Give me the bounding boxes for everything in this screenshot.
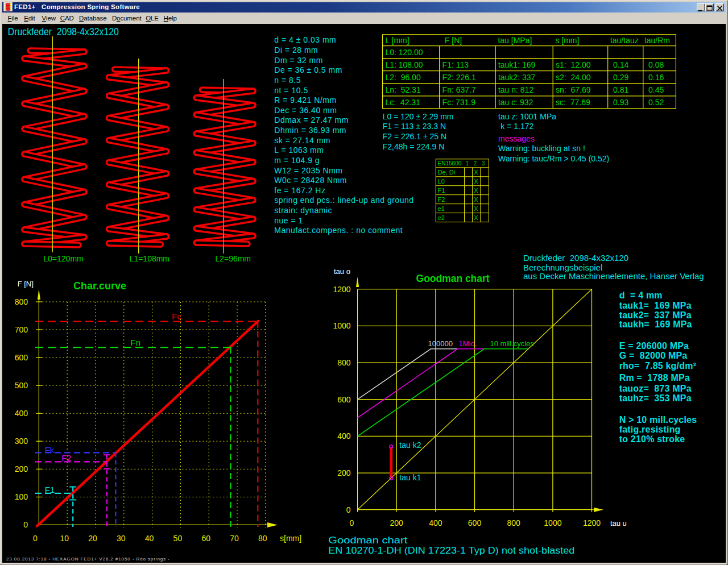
svg-text:tau c: 932: tau c: 932 bbox=[498, 98, 533, 107]
svg-text:sk = 27.14 mm: sk = 27.14 mm bbox=[274, 136, 330, 145]
svg-text:Fk: Fk bbox=[45, 445, 55, 455]
svg-text:F2: F2 bbox=[61, 453, 72, 463]
svg-text:X: X bbox=[474, 169, 478, 176]
svg-text:s[mm]: s[mm] bbox=[280, 534, 301, 543]
svg-text:800: 800 bbox=[337, 358, 351, 367]
svg-text:0.81: 0.81 bbox=[613, 85, 628, 94]
svg-text:aus Decker Maschinenelemente,: aus Decker Maschinenelemente, Hanser Ver… bbox=[523, 271, 704, 281]
svg-text:N > 10 mill.cycles: N > 10 mill.cycles bbox=[619, 415, 697, 425]
svg-text:d = 4 ± 0.03 mm: d = 4 ± 0.03 mm bbox=[274, 35, 336, 44]
svg-text:0.52: 0.52 bbox=[648, 98, 664, 107]
svg-text:Lc: 42.31: Lc: 42.31 bbox=[385, 98, 420, 107]
svg-text:nt = 10.5: nt = 10.5 bbox=[274, 86, 308, 95]
svg-text:e1: e1 bbox=[438, 205, 445, 212]
svg-text:Goodman chart: Goodman chart bbox=[328, 535, 408, 545]
svg-text:X: X bbox=[474, 196, 478, 203]
svg-text:3: 3 bbox=[482, 160, 485, 167]
svg-text:10: 10 bbox=[60, 534, 69, 543]
svg-text:L0=120mm: L0=120mm bbox=[43, 254, 83, 263]
svg-text:tau o: tau o bbox=[334, 267, 350, 276]
svg-text:F2: F2 bbox=[438, 196, 445, 203]
svg-text:0: 0 bbox=[23, 520, 28, 529]
svg-text:L1: 108.00: L1: 108.00 bbox=[385, 60, 423, 69]
svg-text:60: 60 bbox=[201, 534, 210, 543]
svg-text:80: 80 bbox=[258, 534, 267, 543]
svg-text:tau/tauz: tau/tauz bbox=[610, 36, 639, 45]
svg-text:40: 40 bbox=[145, 534, 154, 543]
svg-text:fatig.resisting: fatig.resisting bbox=[619, 425, 681, 434]
svg-text:100000: 100000 bbox=[428, 339, 453, 348]
svg-text:20: 20 bbox=[88, 534, 97, 543]
svg-text:F1 = 113 ± 23.3 N: F1 = 113 ± 23.3 N bbox=[383, 122, 446, 131]
svg-text:Druckfeder 2098-4x32x120: Druckfeder 2098-4x32x120 bbox=[8, 26, 119, 38]
svg-text:Ddmax = 27.47 mm: Ddmax = 27.47 mm bbox=[274, 115, 349, 124]
svg-text:70: 70 bbox=[230, 534, 239, 543]
svg-text:1200: 1200 bbox=[333, 285, 350, 294]
svg-text:tauk2= 337 MPa: tauk2= 337 MPa bbox=[619, 310, 692, 320]
svg-text:e2: e2 bbox=[438, 214, 445, 221]
svg-text:Fc: Fc bbox=[172, 311, 181, 321]
svg-text:tauk1: 169: tauk1: 169 bbox=[498, 60, 536, 69]
svg-text:1Mio.: 1Mio. bbox=[459, 339, 477, 348]
svg-text:800: 800 bbox=[15, 297, 28, 306]
svg-text:k = 1.172: k = 1.172 bbox=[500, 122, 533, 131]
svg-text:L0 = 120 ± 2.29 mm: L0 = 120 ± 2.29 mm bbox=[383, 112, 454, 121]
svg-text:10 mill.cycles: 10 mill.cycles bbox=[490, 339, 535, 348]
svg-text:Rm = 1788 MPa: Rm = 1788 MPa bbox=[619, 373, 690, 383]
svg-text:Manufact.compens. : no comment: Manufact.compens. : no comment bbox=[274, 226, 403, 235]
svg-text:0: 0 bbox=[33, 534, 38, 543]
svg-text:tau/Rm: tau/Rm bbox=[644, 36, 670, 45]
svg-text:F1: F1 bbox=[45, 485, 55, 495]
svg-text:F [N]: F [N] bbox=[18, 280, 34, 288]
svg-text:strain: dynamic: strain: dynamic bbox=[274, 206, 332, 215]
svg-text:400: 400 bbox=[337, 431, 351, 441]
svg-text:2: 2 bbox=[474, 160, 477, 167]
svg-text:X: X bbox=[474, 214, 478, 221]
svg-text:Goodman chart: Goodman chart bbox=[416, 273, 490, 284]
svg-text:F2 = 226.1 ± 25 N: F2 = 226.1 ± 25 N bbox=[383, 132, 446, 141]
svg-text:De, Di: De, Di bbox=[438, 169, 456, 176]
svg-text:W12 = 2035 Nmm: W12 = 2035 Nmm bbox=[274, 166, 342, 175]
svg-text:600: 600 bbox=[468, 518, 482, 527]
svg-text:tauk1= 169 MPa: tauk1= 169 MPa bbox=[619, 301, 692, 310]
svg-text:L2=96mm: L2=96mm bbox=[215, 254, 251, 263]
svg-text:50: 50 bbox=[173, 534, 183, 543]
svg-text:rho= 7.85 kg/dm³: rho= 7.85 kg/dm³ bbox=[619, 361, 696, 371]
svg-text:fe = 167.2 Hz: fe = 167.2 Hz bbox=[274, 186, 325, 195]
svg-text:F1: F1 bbox=[438, 187, 445, 194]
svg-text:to 210% stroke: to 210% stroke bbox=[619, 434, 685, 444]
svg-text:EN 10270-1-DH (DIN 17223-1 Typ: EN 10270-1-DH (DIN 17223-1 Typ D) not sh… bbox=[328, 546, 574, 555]
svg-text:tauoz= 873 MPa: tauoz= 873 MPa bbox=[619, 384, 692, 393]
svg-text:F2: 226.1: F2: 226.1 bbox=[442, 73, 476, 82]
svg-text:Ln: 52.31: Ln: 52.31 bbox=[385, 85, 420, 94]
svg-text:F [N]: F [N] bbox=[445, 36, 462, 45]
svg-text:tau z: 1001 MPa: tau z: 1001 MPa bbox=[498, 112, 556, 121]
svg-text:d = 4 mm: d = 4 mm bbox=[619, 290, 663, 300]
svg-text:Druckfeder 2098-4x32x120: Druckfeder 2098-4x32x120 bbox=[523, 253, 628, 263]
svg-text:tauk2: 337: tauk2: 337 bbox=[498, 73, 536, 82]
svg-text:G = 82000 MPa: G = 82000 MPa bbox=[619, 351, 688, 360]
svg-text:m = 104.9 g: m = 104.9 g bbox=[274, 156, 320, 165]
svg-text:300: 300 bbox=[15, 437, 28, 446]
svg-text:400: 400 bbox=[429, 518, 442, 527]
svg-text:X: X bbox=[474, 178, 478, 185]
svg-text:F1: 113: F1: 113 bbox=[442, 60, 469, 69]
svg-text:600: 600 bbox=[15, 353, 28, 362]
svg-text:X: X bbox=[474, 205, 478, 212]
svg-text:1: 1 bbox=[466, 160, 469, 167]
svg-text:tauhz= 353 MPa: tauhz= 353 MPa bbox=[619, 393, 692, 403]
svg-text:L0: L0 bbox=[438, 178, 445, 185]
svg-text:200: 200 bbox=[390, 518, 404, 527]
svg-text:tau k2: tau k2 bbox=[399, 441, 421, 450]
svg-text:EN15800-: EN15800- bbox=[438, 160, 464, 167]
svg-text:Warning: tauc/Rm > 0.45 (0.52): Warning: tauc/Rm > 0.45 (0.52) bbox=[498, 154, 609, 163]
svg-text:W0c = 28428 Nmm: W0c = 28428 Nmm bbox=[274, 176, 347, 185]
svg-text:spring end pcs.: lined-up and: spring end pcs.: lined-up and ground bbox=[274, 196, 413, 205]
svg-text:0.93: 0.93 bbox=[613, 98, 628, 107]
svg-text:sc: 77.69: sc: 77.69 bbox=[556, 98, 590, 107]
svg-text:200: 200 bbox=[337, 468, 351, 477]
svg-text:tau k1: tau k1 bbox=[399, 473, 421, 482]
svg-text:700: 700 bbox=[15, 325, 28, 334]
svg-text:0: 0 bbox=[346, 505, 351, 514]
svg-text:1000: 1000 bbox=[544, 518, 561, 527]
